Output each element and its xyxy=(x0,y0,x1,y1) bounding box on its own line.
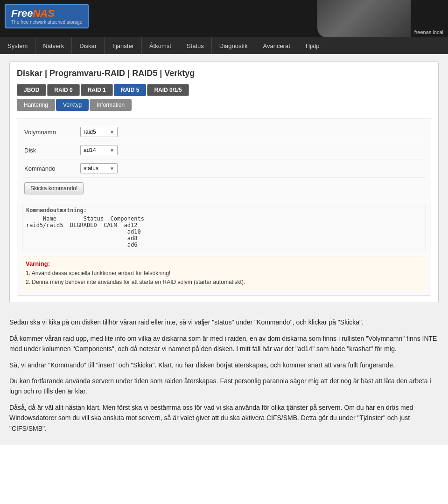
control-volymnamn: raid5 ▼ xyxy=(80,127,118,137)
article-paragraph-4: Du kan fortfarande använda servern under… xyxy=(9,376,439,397)
warning-text: 1. Använd dessa speciella funktioner enb… xyxy=(26,269,422,287)
main-navbar: System Nätverk Diskar Tjänster Åtkomst S… xyxy=(0,37,448,54)
chevron-down-icon: ▼ xyxy=(110,148,114,153)
main-content: Diskar | Programvaru-RAID | RAID5 | Verk… xyxy=(0,54,448,445)
select-disk[interactable]: ad14 ▼ xyxy=(80,145,118,155)
nav-natverk[interactable]: Nätverk xyxy=(35,37,72,54)
warning-line-1: 1. Använd dessa speciella funktioner enb… xyxy=(26,269,422,278)
article-paragraph-2: Då kommer våran raid upp, med lite info … xyxy=(9,333,439,354)
label-disk: Disk xyxy=(24,147,80,154)
submit-area: Skicka kommando! xyxy=(22,178,426,199)
tab-raid5[interactable]: RAID 5 xyxy=(114,84,146,96)
article-paragraph-1: Sedan ska vi kika på om disken tillhör v… xyxy=(9,317,439,327)
nav-hjalp[interactable]: Hjälp xyxy=(298,37,328,54)
tab-jbod[interactable]: JBOD xyxy=(17,84,46,96)
command-output-content: Name Status Components raid5/raid5 DEGRA… xyxy=(26,215,422,248)
logo-nas: NAS xyxy=(33,7,54,19)
control-kommando: status ▼ xyxy=(80,163,118,173)
chevron-down-icon: ▼ xyxy=(110,130,114,135)
nav-atkomst[interactable]: Åtkomst xyxy=(142,37,179,54)
command-output: Kommandoutmatning: Name Status Component… xyxy=(22,203,426,252)
label-kommando: Kommando xyxy=(24,165,80,172)
page-header: FreeNAS The free network attached storag… xyxy=(0,0,448,37)
select-volymnamn[interactable]: raid5 ▼ xyxy=(80,127,118,137)
warning-section: Varning: 1. Använd dessa speciella funkt… xyxy=(22,256,426,290)
sub-tab-information[interactable]: Information xyxy=(90,99,132,111)
logo-subtitle: The free network attached storage xyxy=(11,20,82,25)
form-row-kommando: Kommando status ▼ xyxy=(22,159,426,178)
warning-line-2: 2. Denna meny behöver inte användas för … xyxy=(26,278,422,287)
nav-status[interactable]: Status xyxy=(179,37,212,54)
article-paragraph-5: Dåså, då är väl allt nästan klart. Men f… xyxy=(9,402,439,434)
freenas-logo: FreeNAS The free network attached storag… xyxy=(5,4,89,28)
label-volymnamn: Volymnamn xyxy=(24,129,80,136)
tab-raid015[interactable]: RAID 0/1/5 xyxy=(147,84,189,96)
tab-raid1[interactable]: RAID 1 xyxy=(81,84,113,96)
chevron-down-icon: ▼ xyxy=(110,166,114,171)
nav-avancerat[interactable]: Avancerat xyxy=(255,37,298,54)
logo-free: Free xyxy=(11,7,33,19)
sub-tab-bar: Hantering Verktyg Information xyxy=(17,99,431,111)
nav-diskar[interactable]: Diskar xyxy=(72,37,105,54)
breadcrumb: Diskar | Programvaru-RAID | RAID5 | Verk… xyxy=(17,69,431,78)
sub-tab-verktyg[interactable]: Verktyg xyxy=(56,99,89,111)
nav-system[interactable]: System xyxy=(0,37,35,54)
form-section: Volymnamn raid5 ▼ Disk ad14 ▼ xyxy=(17,118,431,296)
nav-tjanster[interactable]: Tjänster xyxy=(105,37,142,54)
raid-tab-bar: JBOD RAID 0 RAID 1 RAID 5 RAID 0/1/5 xyxy=(17,84,431,96)
form-row-volymnamn: Volymnamn raid5 ▼ xyxy=(22,123,426,141)
main-panel: Diskar | Programvaru-RAID | RAID5 | Verk… xyxy=(9,61,439,303)
hdd-graphic xyxy=(317,0,411,37)
domain-label: freenas.local xyxy=(414,29,443,35)
form-row-disk: Disk ad14 ▼ xyxy=(22,141,426,159)
tab-raid0[interactable]: RAID 0 xyxy=(47,84,79,96)
submit-button[interactable]: Skicka kommando! xyxy=(24,182,84,194)
warning-title: Varning: xyxy=(26,260,422,267)
nav-diagnostik[interactable]: Diagnostik xyxy=(212,37,256,54)
article-paragraph-3: Så, vi ändrar "Kommando" till "insert" o… xyxy=(9,360,439,370)
sub-tab-hantering[interactable]: Hantering xyxy=(17,99,55,111)
command-output-title: Kommandoutmatning: xyxy=(26,207,422,214)
article: Sedan ska vi kika på om disken tillhör v… xyxy=(9,312,439,438)
control-disk: ad14 ▼ xyxy=(80,145,118,155)
select-kommando[interactable]: status ▼ xyxy=(80,163,118,173)
